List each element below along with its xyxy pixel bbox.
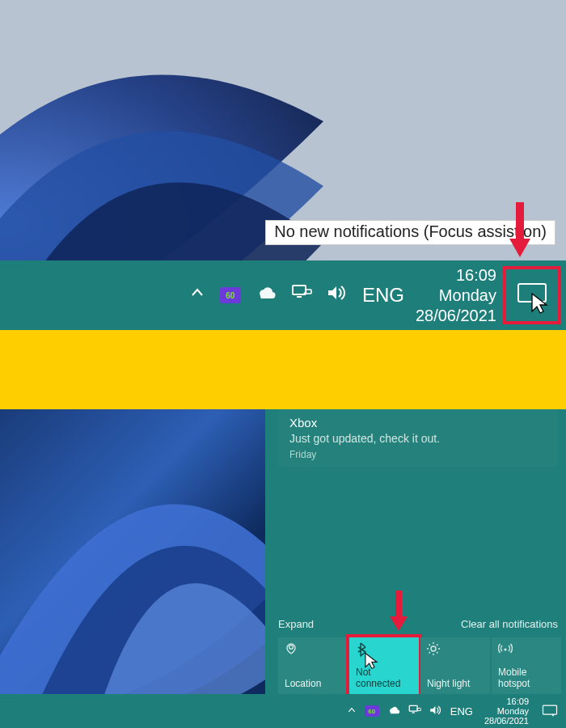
quick-action-label: Location <box>285 678 341 689</box>
quick-action-location[interactable]: Location <box>278 637 348 694</box>
taskbar-clock[interactable]: 16:09 Monday 28/06/2021 <box>416 265 496 326</box>
quick-action-label: Mobile hotspot <box>498 667 555 689</box>
svg-point-10 <box>289 645 294 650</box>
clock-day: Monday <box>416 286 496 306</box>
quick-action-mobile-hotspot[interactable]: Mobile hotspot <box>492 637 561 694</box>
svg-rect-0 <box>516 202 524 239</box>
clock-date: 28/06/2021 <box>416 306 496 326</box>
notification-title: Xbox <box>289 416 548 430</box>
action-center-panel: Xbox Just got updated, check it out. Fri… <box>265 409 566 694</box>
system-tray: 60 ENG <box>347 705 473 718</box>
svg-rect-28 <box>543 705 557 714</box>
notification-center-button[interactable] <box>503 266 561 324</box>
svg-marker-1 <box>509 239 530 257</box>
cursor-icon <box>530 292 548 315</box>
notification-card[interactable]: Xbox Just got updated, check it out. Fri… <box>278 409 558 467</box>
annotation-arrow-icon <box>506 202 534 259</box>
volume-tray-icon[interactable] <box>429 705 442 718</box>
svg-rect-25 <box>412 712 415 713</box>
notification-time: Friday <box>289 449 548 460</box>
notification-center-icon <box>542 705 558 717</box>
onedrive-tray-icon[interactable] <box>256 282 277 308</box>
clock-time: 16:09 <box>484 696 529 706</box>
notification-body: Just got updated, check it out. <box>289 432 548 445</box>
quick-action-night-light[interactable]: Night light <box>420 637 490 694</box>
quick-action-label: Night light <box>427 678 484 689</box>
quick-action-label: Not connected <box>356 667 412 689</box>
cursor-icon <box>364 652 378 670</box>
svg-marker-27 <box>430 706 435 714</box>
svg-rect-22 <box>395 590 402 616</box>
annotation-arrow-icon <box>388 590 409 633</box>
show-hidden-icons-button[interactable] <box>189 285 205 306</box>
taskbar-clock[interactable]: 16:09 Monday 28/06/2021 <box>484 696 529 726</box>
svg-line-20 <box>437 645 438 646</box>
nvidia-tray-icon[interactable]: 60 <box>220 287 241 303</box>
taskbar: 60 ENG 16 <box>0 260 566 330</box>
separator-band <box>0 330 566 409</box>
screenshot-2: Xbox Just got updated, check it out. Fri… <box>0 409 566 728</box>
svg-marker-23 <box>390 616 408 631</box>
quick-actions-row: Location Not connected Night light <box>278 637 561 694</box>
svg-line-17 <box>429 645 431 646</box>
svg-marker-9 <box>532 294 547 313</box>
location-icon <box>285 642 341 658</box>
svg-marker-11 <box>365 654 377 669</box>
mobile-hotspot-icon <box>498 642 555 656</box>
svg-rect-24 <box>409 705 417 711</box>
system-tray: 60 ENG <box>189 282 404 308</box>
svg-rect-3 <box>297 296 302 298</box>
quick-action-bluetooth[interactable]: Not connected <box>349 637 419 694</box>
night-light-icon <box>427 642 484 658</box>
screenshot-1: No new notifications (Focus assist on) 6… <box>0 0 566 330</box>
clock-day: Monday <box>484 706 529 716</box>
volume-tray-icon[interactable] <box>327 282 348 308</box>
svg-line-19 <box>429 652 431 654</box>
svg-rect-26 <box>417 708 420 710</box>
onedrive-tray-icon[interactable] <box>387 705 400 717</box>
taskbar: 60 ENG 16:09 Monday 28/06/2021 <box>0 694 566 728</box>
clock-time: 16:09 <box>416 265 496 286</box>
language-indicator[interactable]: ENG <box>450 705 473 717</box>
network-tray-icon[interactable] <box>408 705 421 718</box>
svg-point-12 <box>431 646 436 651</box>
network-tray-icon[interactable] <box>291 282 312 308</box>
clock-date: 28/06/2021 <box>484 716 529 726</box>
nvidia-tray-icon[interactable]: 60 <box>365 705 379 717</box>
expand-link[interactable]: Expand <box>278 618 314 630</box>
svg-marker-6 <box>328 286 336 299</box>
language-indicator[interactable]: ENG <box>362 284 404 307</box>
clear-all-link[interactable]: Clear all notifications <box>461 618 558 630</box>
notification-center-button[interactable] <box>540 701 560 721</box>
svg-line-18 <box>437 652 438 654</box>
show-hidden-icons-button[interactable] <box>347 705 357 717</box>
svg-point-21 <box>504 648 506 650</box>
svg-marker-29 <box>552 714 555 717</box>
desktop-wallpaper <box>0 409 265 694</box>
